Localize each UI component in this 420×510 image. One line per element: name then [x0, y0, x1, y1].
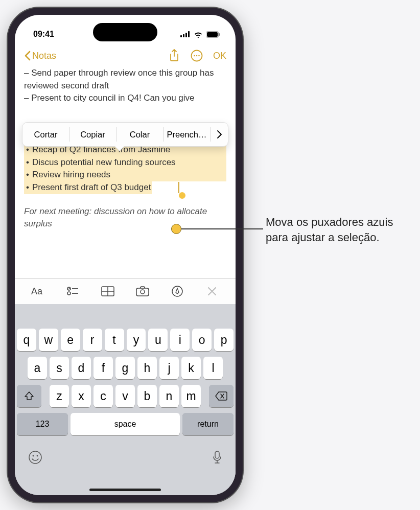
key-x[interactable]: x: [72, 385, 91, 407]
key-n[interactable]: n: [159, 385, 179, 407]
svg-point-10: [198, 55, 200, 57]
cellular-icon: [180, 31, 191, 37]
key-a[interactable]: a: [28, 357, 47, 379]
more-button[interactable]: [191, 50, 203, 62]
key-m[interactable]: m: [181, 385, 201, 407]
svg-rect-25: [215, 451, 219, 458]
table-icon: [101, 286, 114, 296]
svg-point-9: [196, 55, 198, 57]
key-l[interactable]: l: [203, 357, 223, 379]
menu-more[interactable]: [210, 127, 228, 142]
key-d[interactable]: d: [72, 357, 91, 379]
key-w[interactable]: w: [39, 329, 58, 351]
emoji-icon: [28, 450, 42, 465]
key-c[interactable]: c: [94, 385, 113, 407]
menu-cut[interactable]: Cortar: [22, 130, 69, 140]
context-menu: Cortar Copiar Colar Preench…: [22, 122, 228, 147]
aa-icon: Aa: [31, 286, 45, 296]
key-j[interactable]: j: [159, 357, 179, 379]
svg-point-24: [37, 455, 38, 457]
status-time: 09:41: [33, 30, 54, 39]
keyboard: qwertyuiop asdfghjkl zxcvbnm 123 space r…: [15, 304, 236, 495]
home-indicator[interactable]: [89, 489, 161, 491]
callout-text: Mova os puxadores azuis para ajustar a s…: [266, 215, 409, 245]
key-g[interactable]: g: [115, 357, 135, 379]
menu-paste[interactable]: Colar: [116, 130, 163, 140]
svg-point-23: [33, 455, 34, 457]
key-o[interactable]: o: [192, 329, 212, 351]
key-t[interactable]: t: [105, 329, 124, 351]
key-q[interactable]: q: [17, 329, 36, 351]
key-r[interactable]: r: [83, 329, 102, 351]
done-button[interactable]: OK: [213, 51, 226, 61]
camera-button[interactable]: [135, 284, 150, 299]
svg-point-20: [141, 290, 145, 294]
svg-rect-2: [185, 33, 187, 37]
key-p[interactable]: p: [214, 329, 234, 351]
svg-point-14: [67, 292, 71, 295]
phone-frame: 09:41 Notas OK – Sen: [8, 8, 243, 502]
close-toolbar-button[interactable]: [204, 284, 220, 299]
chevron-left-icon: [24, 51, 31, 61]
key-v[interactable]: v: [115, 385, 135, 407]
key-s[interactable]: s: [50, 357, 69, 379]
markup-button[interactable]: [170, 284, 185, 299]
emoji-key[interactable]: [28, 450, 42, 467]
space-key[interactable]: space: [71, 413, 180, 435]
selection-item: Review hiring needs: [24, 169, 226, 181]
dictation-key[interactable]: [212, 450, 222, 467]
return-key[interactable]: return: [182, 413, 234, 435]
selection-handle-end[interactable]: [179, 192, 185, 199]
back-label: Notas: [32, 51, 56, 61]
text-format-button[interactable]: Aa: [31, 284, 46, 299]
key-k[interactable]: k: [181, 357, 201, 379]
share-button[interactable]: [168, 50, 180, 62]
ellipsis-circle-icon: [191, 50, 203, 62]
key-z[interactable]: z: [50, 385, 69, 407]
mic-icon: [212, 450, 222, 465]
key-h[interactable]: h: [137, 357, 157, 379]
svg-point-8: [194, 55, 195, 57]
keyboard-row-2: asdfghjkl: [17, 357, 234, 379]
key-b[interactable]: b: [137, 385, 157, 407]
status-indicators: [180, 31, 220, 38]
key-e[interactable]: e: [61, 329, 80, 351]
wifi-icon: [194, 31, 203, 38]
svg-text:Aa: Aa: [31, 286, 43, 296]
back-button[interactable]: Notas: [24, 51, 56, 61]
text-cursor: [178, 182, 179, 193]
shift-key[interactable]: [17, 385, 41, 407]
menu-fill[interactable]: Preench…: [164, 130, 210, 140]
nav-actions: OK: [168, 50, 226, 62]
note-line: – Present to city council in Q4! Can you…: [24, 92, 226, 105]
backspace-icon: [215, 391, 227, 401]
table-button[interactable]: [100, 284, 115, 299]
menu-copy[interactable]: Copiar: [69, 130, 116, 140]
svg-rect-3: [188, 31, 190, 37]
key-u[interactable]: u: [148, 329, 168, 351]
key-y[interactable]: y: [127, 329, 146, 351]
key-f[interactable]: f: [94, 357, 113, 379]
checklist-button[interactable]: [65, 284, 81, 299]
checklist-icon: [67, 286, 79, 296]
callout-leader-line: [176, 228, 263, 229]
keyboard-row-3: zxcvbnm: [17, 385, 234, 407]
keyboard-row-1: qwertyuiop: [17, 329, 234, 351]
key-i[interactable]: i: [170, 329, 190, 351]
nav-bar: Notas OK: [15, 44, 236, 64]
phone-screen: 09:41 Notas OK – Sen: [15, 15, 236, 495]
numbers-key[interactable]: 123: [17, 413, 68, 435]
battery-icon: [206, 31, 220, 38]
pen-icon: [172, 286, 183, 297]
svg-rect-5: [207, 32, 218, 37]
backspace-key[interactable]: [209, 385, 234, 407]
close-icon: [207, 287, 217, 296]
dynamic-island: [93, 23, 157, 41]
share-icon: [169, 49, 179, 62]
note-footer: For next meeting: discussion on how to a…: [24, 205, 226, 230]
svg-point-22: [29, 451, 41, 463]
note-line: – Send paper through review once this gr…: [24, 67, 226, 92]
keyboard-suggestions: [17, 308, 234, 329]
note-content[interactable]: – Send paper through review once this gr…: [15, 64, 236, 230]
svg-rect-1: [183, 34, 184, 37]
